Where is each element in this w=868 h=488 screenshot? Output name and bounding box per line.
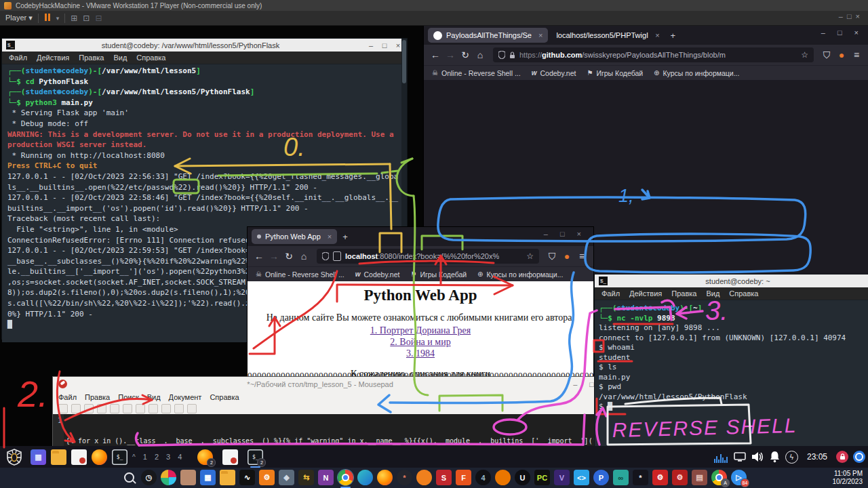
menu-icon[interactable]: ≡ (576, 251, 588, 262)
menu-item[interactable]: Действия (629, 289, 662, 298)
onenote-icon[interactable]: N (318, 470, 334, 485)
pinwheel-icon[interactable] (161, 470, 176, 485)
speedtest-icon[interactable]: ◷ (141, 470, 157, 485)
tab-localhost-phptwig[interactable]: localhost/lesson5/PHPTwigI× (551, 28, 665, 43)
tray-app-icon[interactable] (853, 451, 865, 463)
toolbar-button[interactable] (58, 404, 68, 413)
terminal-icon[interactable]: $_ (112, 449, 127, 465)
toolbar-button[interactable] (161, 404, 171, 413)
menu-item[interactable]: Правка (671, 289, 696, 298)
p-blue-icon[interactable]: P (593, 470, 609, 485)
book-link[interactable]: 2. Война и мир (390, 337, 450, 347)
toolbar-button[interactable] (136, 404, 145, 413)
menu-item[interactable]: Вид (113, 54, 127, 62)
minimize-icon[interactable]: – (573, 380, 577, 388)
tab-close-icon[interactable]: × (655, 31, 659, 39)
menu-item[interactable]: Вид (147, 393, 161, 401)
menu-icon[interactable]: ≡ (850, 49, 863, 60)
toolbar-button[interactable] (123, 404, 132, 413)
mousepad-icon[interactable] (71, 449, 87, 465)
f-orange-icon[interactable]: F (456, 470, 471, 485)
bookmark-star-icon[interactable]: ☆ (801, 50, 808, 60)
pocket-icon[interactable]: ⛉ (821, 49, 833, 61)
vmware-window-controls[interactable]: –□× (839, 12, 864, 20)
notation-icon[interactable]: ∿ (239, 470, 255, 485)
book-link[interactable]: 1. Портрет Дориана Грея (370, 325, 471, 336)
toolbar-button[interactable] (174, 404, 184, 413)
bookmark-star-icon[interactable]: ☆ (526, 251, 534, 261)
start-icon[interactable] (102, 470, 117, 485)
bookmark-item[interactable]: wCodeby.net (532, 69, 576, 77)
editor-text[interactable]: {% for x in ().__class__.__base__.__subc… (53, 414, 599, 449)
bookmark-item[interactable]: ☠Online - Reverse Shell ... (256, 270, 344, 279)
book-link[interactable]: 3. 1984 (406, 348, 435, 359)
file-manager-icon[interactable] (51, 449, 66, 465)
new-tab-button[interactable]: + (342, 232, 348, 242)
toolbar-button[interactable] (97, 404, 106, 413)
menu-item[interactable]: Справка (136, 54, 165, 62)
bookmark-item[interactable]: ⚑Игры Кодебай (587, 69, 643, 77)
bookmark-item[interactable]: ⊕Курсы по информаци... (477, 270, 563, 279)
window-controls[interactable]: –□× (821, 28, 859, 37)
vmware-icon[interactable]: ◆ (279, 470, 294, 485)
maximize-icon[interactable]: □ (589, 380, 594, 388)
menu-item[interactable]: Справка (210, 393, 239, 401)
reload-icon[interactable]: ↻ (459, 49, 471, 60)
terminal-output[interactable]: ┌──(student⊛codeby)-[~]└─$ nc -nvlp 9898… (595, 300, 868, 453)
mousepad-window-icon[interactable] (222, 449, 238, 465)
power-manager-icon[interactable]: ϟ (785, 451, 798, 464)
menu-item[interactable]: Файл (9, 54, 27, 62)
toolbar-button[interactable] (149, 404, 158, 413)
menu-item[interactable]: Файл (58, 393, 77, 401)
calendar-icon[interactable]: ▦ (200, 470, 216, 485)
back-icon[interactable]: ← (253, 251, 265, 262)
unreal-icon[interactable]: U (515, 470, 530, 485)
tab-python-web-app[interactable]: Python Web App× (252, 229, 337, 244)
terminal-window-icon[interactable]: $_2 (248, 449, 263, 465)
xfce-clock[interactable]: 23:05 (807, 452, 827, 462)
url-bar[interactable]: localhost:8080/index?book={%%20for%20x% … (317, 249, 539, 264)
minimize-icon[interactable]: – (366, 41, 376, 49)
menu-item[interactable]: Документ (169, 393, 202, 401)
toolbar-button[interactable] (187, 404, 197, 413)
keepass-lock-icon[interactable] (836, 451, 848, 463)
home-icon[interactable]: ⌂ (474, 49, 486, 60)
menu-item[interactable]: Вид (706, 289, 719, 298)
workspace-switcher[interactable]: 1 2 3 4 (143, 453, 185, 461)
menu-item[interactable]: Действия (37, 54, 69, 62)
pause-button[interactable] (44, 14, 51, 22)
fullscreen-icon[interactable]: ⊡ (83, 14, 90, 23)
url-bar[interactable]: https://github.com/swisskyrepo/PayloadsA… (493, 47, 814, 62)
fl-studio-icon[interactable] (416, 470, 432, 485)
menu-item[interactable]: Правка (85, 393, 110, 401)
tab-payloadsallthethings[interactable]: PayloadsAllTheThings/Se× (428, 28, 548, 43)
window-controls[interactable]: –□× (544, 230, 581, 238)
gear-red-1-icon[interactable]: ⚙ (652, 470, 668, 485)
home-icon[interactable]: ⌂ (298, 251, 310, 262)
firefox-icon[interactable] (92, 449, 107, 465)
pocket-icon[interactable]: ⛉ (546, 251, 558, 262)
toolbar-button[interactable] (110, 404, 119, 413)
reload-icon[interactable]: ↻ (283, 251, 295, 262)
windows-clock[interactable]: 11:05 PM 10/2/2023 (833, 470, 863, 486)
explorer-icon[interactable] (220, 470, 235, 485)
firefox-window-icon[interactable]: 2 (197, 449, 213, 465)
cinema4d-icon[interactable]: 4 (475, 470, 491, 485)
toolbar-button[interactable] (84, 404, 94, 413)
extension-icon[interactable]: ● (561, 251, 573, 262)
arrows-yellow-icon[interactable]: ⇆ (298, 470, 314, 485)
gear-red-2-icon[interactable]: ⚙ (672, 470, 688, 485)
bookmark-item[interactable]: ⊕Курсы по информаци... (654, 69, 739, 77)
menu-item[interactable]: Правка (79, 54, 104, 62)
menu-item[interactable]: Справка (729, 289, 758, 298)
mcreator-icon[interactable]: ∞ (613, 470, 629, 485)
portrait-icon[interactable] (180, 470, 196, 485)
mousepad-titlebar[interactable]: *~/Рабочий стол/tmp_lesson_5 - Mousepad … (53, 377, 599, 391)
display-icon[interactable] (734, 451, 746, 462)
menu-item[interactable]: Поиск (118, 393, 138, 401)
toolbar-button[interactable] (71, 404, 81, 413)
forward-icon[interactable]: → (444, 49, 456, 60)
bookmark-item[interactable]: wCodeby.net (355, 270, 400, 279)
extension-icon[interactable]: ● (835, 49, 848, 60)
toolbox-icon[interactable]: ▤ (692, 470, 707, 485)
